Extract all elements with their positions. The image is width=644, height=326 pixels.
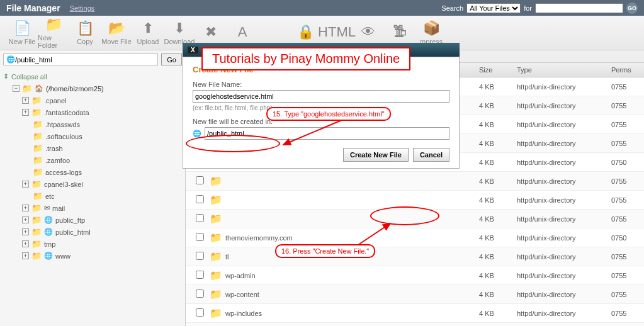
tree-item[interactable]: 📁.softaculous [3,130,182,142]
path-input[interactable] [15,56,155,64]
expand-icon[interactable]: + [22,97,29,104]
toolbar-action[interactable]: A [227,24,258,42]
location-input[interactable] [205,127,449,140]
row-checkbox[interactable] [196,214,204,222]
filename-input[interactable] [193,90,449,103]
toolbar-action[interactable]: 🔒 [290,24,321,42]
folder-icon: 📁 [31,239,42,249]
path-input-wrap: 🌐 [3,53,158,65]
tree-item[interactable]: 📁access-logs [3,166,182,178]
toolbar-upload[interactable]: ⬆Upload [132,20,164,45]
tree-item[interactable]: +📁✉mail [3,202,182,214]
toolbar-mpress[interactable]: 📦mpress [415,20,447,45]
table-row[interactable]: 📁 tl 4 KB httpd/unix-directory 0755 [186,247,644,266]
expand-icon[interactable]: + [22,181,29,188]
file-perms: 0755 [606,174,644,188]
table-row[interactable]: 📄 .htaccess 675 Bytes text/x-generic 064… [186,323,644,326]
annotation-step-16: 16. Press "Create New File." [275,244,375,258]
table-row[interactable]: 📁 wp-content 4 KB httpd/unix-directory 0… [186,285,644,304]
expand-icon[interactable]: + [22,205,29,211]
row-checkbox[interactable] [196,289,204,298]
folder-icon: 📁 [205,172,220,190]
toolbar-action[interactable]: 👁 [353,24,384,42]
toolbar-action[interactable]: ✖ [195,24,227,42]
create-new-file-button[interactable]: Create New File [343,148,409,162]
folder-icon: 📁 [31,251,42,261]
search-input[interactable] [535,3,623,13]
file-perms: 0755 [606,137,644,150]
app-title: File Manager [6,3,60,13]
tool-icon: 📋 [77,20,94,37]
tree-item[interactable]: 📁.zamfoo [3,154,182,166]
folder-icon: 📁 [205,210,220,228]
location-label: New file will be created in: [193,118,273,125]
expand-icon[interactable]: + [22,109,29,116]
col-perms[interactable]: Perms [606,63,644,77]
row-checkbox[interactable] [196,176,204,184]
table-row[interactable]: 📁 4 KB httpd/unix-directory 0755 [186,172,644,191]
tree-item[interactable]: 📁.trash [3,142,182,154]
file-type: httpd/unix-directory [512,212,606,226]
tree-item[interactable]: +📁tmp [3,238,182,250]
row-checkbox[interactable] [196,233,204,241]
file-size: 4 KB [474,231,512,245]
tree-item[interactable]: 📁.htpasswds [3,118,182,130]
expand-icon[interactable]: + [22,252,29,259]
file-type: httpd/unix-directory [512,80,606,94]
toolbar-download[interactable]: ⬇Download [164,20,195,45]
settings-link[interactable]: Settings [70,4,95,12]
collapse-all[interactable]: ⇕ Collapse all [3,70,182,82]
col-size[interactable]: Size [474,63,512,77]
tree-item[interactable]: +📁🌐public_html [3,226,182,238]
folder-icon: 📁 [33,120,43,129]
search-area: Search All Your Files for GO [441,3,638,14]
row-checkbox[interactable] [196,271,204,279]
file-size: 4 KB [474,193,512,207]
file-size: 4 KB [474,99,512,113]
tree-item[interactable]: +📁.fantasticodata [3,106,182,118]
search-label: Search [441,4,463,12]
expand-icon[interactable]: + [22,240,29,247]
go-button[interactable]: Go [161,53,182,65]
toolbar-new-folder[interactable]: 📁New Folder [38,16,69,49]
row-checkbox[interactable] [196,308,204,317]
table-row[interactable]: 📁 themoviemommy.com 4 KB httpd/unix-dire… [186,228,644,247]
close-icon[interactable]: X [188,47,198,53]
toolbar-action[interactable] [258,32,290,33]
table-row[interactable]: 📁 wp-admin 4 KB httpd/unix-directory 075… [186,266,644,285]
expand-icon[interactable]: + [22,216,29,223]
table-row[interactable]: 📁 4 KB httpd/unix-directory 0755 [186,191,644,210]
toolbar-action[interactable]: 🗜 [384,24,415,42]
file-type: httpd/unix-directory [512,99,606,113]
toolbar-move-file[interactable]: 📂Move File [101,20,132,45]
file-type: httpd/unix-directory [512,306,606,320]
table-row[interactable]: 📁 4 KB httpd/unix-directory 0755 [186,210,644,228]
tree-item[interactable]: +📁🌐www [3,250,182,262]
folder-icon: 📁 [31,96,42,105]
tree-item[interactable]: +📁cpanel3-skel [3,178,182,190]
toolbar-action[interactable]: HTML [321,24,353,42]
expand-icon[interactable]: + [22,228,29,235]
tree-root[interactable]: − 📁 🏠 (/home/bizmom25) [3,82,182,94]
toolbar-new-file[interactable]: 📄New File [6,20,38,45]
tree-item[interactable]: +📁🌐public_ftp [3,214,182,226]
folder-icon: 📁 [205,247,220,266]
collapse-icon[interactable]: − [13,85,20,92]
toolbar-copy[interactable]: 📋Copy [69,20,101,45]
cancel-button[interactable]: Cancel [413,148,449,162]
search-scope-select[interactable]: All Your Files [466,3,521,13]
folder-icon: 📁 [31,215,42,225]
file-size: 4 KB [474,174,512,188]
row-checkbox[interactable] [196,252,204,260]
table-row[interactable]: 📁 wp-includes 4 KB httpd/unix-directory … [186,304,644,323]
search-go-button[interactable]: GO [626,3,638,14]
file-type: httpd/unix-directory [512,118,606,132]
row-checkbox[interactable] [196,195,204,203]
tree-item[interactable]: 📁etc [3,190,182,202]
tool-icon: 📄 [14,20,31,37]
tree-item[interactable]: +📁.cpanel [3,94,182,106]
file-size: 4 KB [474,250,512,264]
tool-icon: ✖ [205,24,217,40]
folder-icon: 📁 [33,132,43,141]
col-type[interactable]: Type [512,63,606,77]
